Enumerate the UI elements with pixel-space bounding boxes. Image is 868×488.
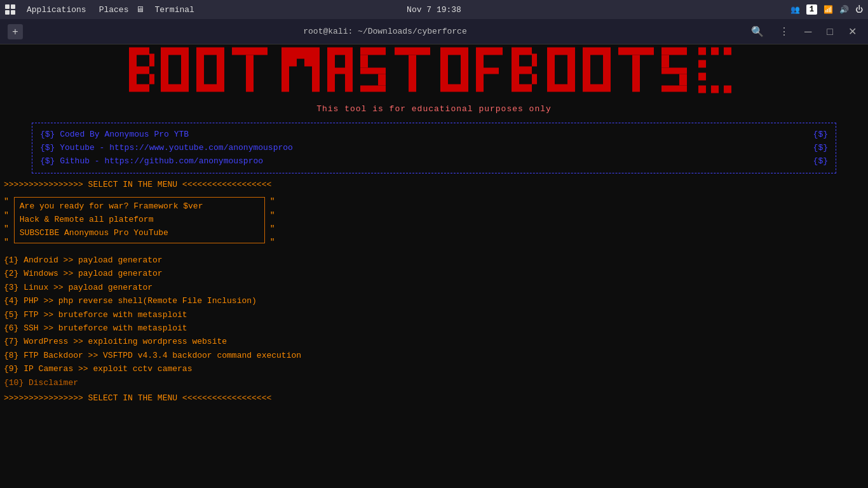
info-github-right: {$} bbox=[813, 155, 828, 168]
workspace-badge[interactable]: 1 bbox=[806, 4, 817, 15]
ascii-art bbox=[129, 44, 739, 98]
info-github: {$} Github - https://github.com/anonymou… bbox=[40, 155, 263, 168]
svg-rect-60 bbox=[698, 48, 706, 55]
quote-outer-right-3: " bbox=[270, 224, 275, 233]
search-button[interactable]: 🔍 bbox=[747, 24, 768, 39]
quote-outer-left-4: " bbox=[4, 237, 9, 247]
info-youtube-right: {$} bbox=[813, 142, 828, 155]
menu-item-4[interactable]: {4} PHP >> php reverse shell(Remote File… bbox=[4, 294, 864, 308]
menu-item-1[interactable]: {1} Android >> payload generator bbox=[4, 254, 864, 267]
places-menu[interactable]: Places bbox=[94, 4, 134, 16]
svg-rect-55 bbox=[661, 48, 687, 55]
svg-rect-53 bbox=[618, 48, 654, 55]
close-button[interactable]: ✕ bbox=[844, 24, 860, 39]
menu-item-9[interactable]: {9} IP Cameras >> exploit cctv cameras bbox=[4, 362, 864, 376]
svg-rect-20 bbox=[312, 48, 320, 92]
power-icon: ⏻ bbox=[855, 5, 863, 15]
svg-rect-57 bbox=[661, 68, 687, 74]
quote-section: " " " " Are you ready for war? Framework… bbox=[4, 194, 864, 248]
title-bar-left: + bbox=[8, 24, 23, 39]
menu-item-3[interactable]: {3} Linux >> payload generator bbox=[4, 281, 864, 294]
maximize-button[interactable]: □ bbox=[823, 25, 837, 39]
sound-icon: 🔊 bbox=[839, 5, 849, 15]
menu-item-5[interactable]: {5} FTP >> bruteforce with metasploit bbox=[4, 308, 864, 322]
svg-rect-50 bbox=[590, 48, 603, 55]
svg-rect-65 bbox=[698, 86, 706, 93]
svg-rect-24 bbox=[327, 68, 353, 74]
svg-rect-8 bbox=[168, 85, 181, 92]
svg-rect-36 bbox=[476, 48, 484, 92]
taskbar-datetime: Nov 7 19:38 bbox=[407, 5, 461, 15]
quote-outer-left-3: " bbox=[4, 224, 9, 233]
terminal-window: + root@kali: ~/Downloads/cyberforce 🔍 ⋮ … bbox=[0, 19, 868, 488]
svg-rect-13 bbox=[217, 48, 224, 92]
info-coded-by-right: {$} bbox=[813, 128, 828, 142]
taskbar-right: 👥 1 📶 🔊 ⏻ bbox=[790, 4, 863, 15]
svg-rect-39 bbox=[512, 48, 519, 92]
menu-item-8[interactable]: {8} FTP Backdoor >> VSFTPD v4.3.4 backdo… bbox=[4, 349, 864, 362]
svg-rect-14 bbox=[232, 48, 268, 55]
info-line-1: {$} Coded By Anonymous Pro YTB {$} bbox=[40, 128, 828, 142]
svg-rect-32 bbox=[440, 48, 448, 92]
svg-rect-26 bbox=[360, 55, 368, 68]
svg-rect-35 bbox=[461, 48, 468, 92]
menu-item-2[interactable]: {2} Windows >> payload generator bbox=[4, 267, 864, 280]
menu-item-10[interactable]: {10} Disclaimer bbox=[4, 376, 864, 390]
svg-rect-67 bbox=[724, 86, 731, 93]
taskbar-left: Applications Places 🖥 Terminal bbox=[5, 4, 200, 16]
menu-item-7[interactable]: {7} WordPress >> exploiting wordpress we… bbox=[4, 335, 864, 348]
title-bar-controls: 🔍 ⋮ ─ □ ✕ bbox=[747, 24, 860, 39]
menu-item-6[interactable]: {6} SSH >> bruteforce with metasploit bbox=[4, 322, 864, 335]
svg-rect-48 bbox=[567, 48, 575, 92]
svg-rect-27 bbox=[360, 68, 386, 74]
window-title: root@kali: ~/Downloads/cyberforce bbox=[303, 27, 466, 36]
svg-rect-17 bbox=[289, 48, 297, 67]
svg-rect-0 bbox=[129, 48, 137, 92]
quote-outer-left-1: " bbox=[4, 196, 9, 206]
svg-rect-9 bbox=[181, 48, 189, 92]
svg-rect-61 bbox=[711, 48, 719, 55]
svg-rect-7 bbox=[168, 48, 181, 55]
svg-rect-1 bbox=[137, 48, 149, 55]
svg-rect-15 bbox=[246, 55, 254, 92]
menu-items-list: {1} Android >> payload generator {2} Win… bbox=[0, 251, 868, 392]
taskbar: Applications Places 🖥 Terminal Nov 7 19:… bbox=[0, 0, 868, 19]
wifi-icon: 📶 bbox=[824, 5, 833, 15]
svg-rect-29 bbox=[360, 86, 386, 92]
svg-rect-11 bbox=[204, 48, 217, 55]
svg-rect-42 bbox=[519, 85, 532, 92]
title-bar: + root@kali: ~/Downloads/cyberforce 🔍 ⋮ … bbox=[0, 19, 868, 44]
info-coded-by: {$} Coded By Anonymous Pro YTB bbox=[40, 128, 189, 142]
ascii-banner: This tool is for educational purposes on… bbox=[0, 44, 868, 118]
info-box: {$} Coded By Anonymous Pro YTB {$} {$} Y… bbox=[32, 123, 836, 173]
svg-rect-5 bbox=[149, 74, 154, 85]
quote-outer-right-1: " bbox=[270, 196, 275, 206]
info-youtube: {$} Youtube - https://www.youtube.com/an… bbox=[40, 142, 293, 155]
applications-menu[interactable]: Applications bbox=[22, 4, 92, 16]
svg-rect-37 bbox=[484, 48, 503, 55]
info-line-3: {$} Github - https://github.com/anonymou… bbox=[40, 155, 828, 168]
svg-rect-54 bbox=[632, 55, 640, 92]
svg-rect-40 bbox=[519, 48, 532, 55]
terminal-menu[interactable]: Terminal bbox=[149, 4, 199, 16]
svg-rect-34 bbox=[448, 85, 461, 92]
svg-rect-47 bbox=[555, 85, 567, 92]
svg-rect-10 bbox=[196, 48, 204, 92]
svg-rect-52 bbox=[603, 48, 611, 92]
svg-rect-51 bbox=[590, 85, 603, 92]
svg-rect-38 bbox=[484, 68, 499, 74]
terminal-content: This tool is for educational purposes on… bbox=[0, 44, 868, 488]
new-tab-button[interactable]: + bbox=[8, 24, 23, 39]
terminal-icon: 🖥 bbox=[136, 5, 144, 15]
svg-rect-22 bbox=[335, 48, 345, 55]
select-menu-top: >>>>>>>>>>>>>>>> SELECT IN THE MENU <<<<… bbox=[4, 180, 864, 189]
svg-rect-33 bbox=[448, 48, 461, 55]
menu-button[interactable]: ⋮ bbox=[775, 24, 793, 39]
svg-rect-31 bbox=[409, 55, 416, 92]
svg-rect-30 bbox=[395, 48, 430, 55]
svg-rect-59 bbox=[661, 86, 687, 92]
svg-rect-64 bbox=[698, 73, 706, 81]
minimize-button[interactable]: ─ bbox=[801, 25, 815, 39]
svg-rect-62 bbox=[724, 48, 731, 55]
svg-rect-46 bbox=[555, 48, 567, 55]
